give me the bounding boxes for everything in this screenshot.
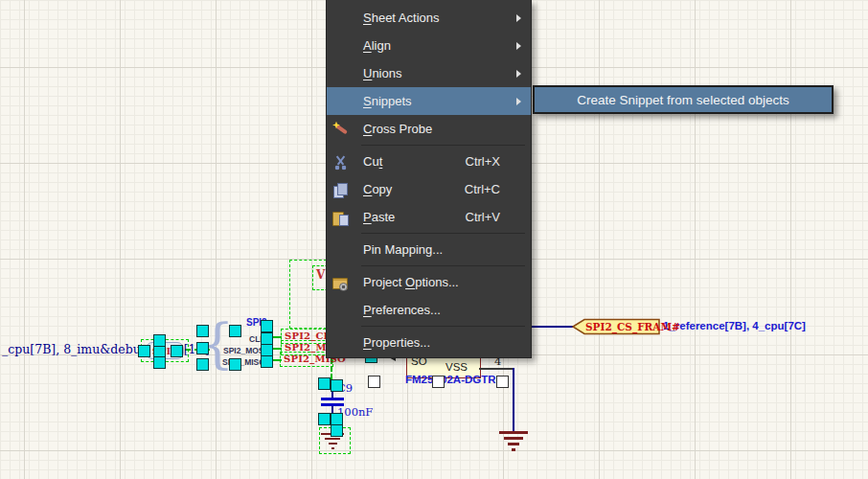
capacitor-plate[interactable] xyxy=(321,403,344,406)
menu-shortcut: Ctrl+X xyxy=(466,154,523,169)
context-menu: Sheet ActionsAlignUnionsSnippetsCross Pr… xyxy=(326,0,532,358)
menu-item-copy[interactable]: CopyCtrl+C xyxy=(327,175,531,203)
chevron-right-icon xyxy=(516,98,521,105)
paste-icon xyxy=(331,209,349,226)
menu-item-label: Snippets xyxy=(363,94,412,108)
menu-item-unions[interactable]: Unions xyxy=(327,59,531,87)
menu-item-snippets[interactable]: Snippets xyxy=(327,87,531,115)
vertex-handle[interactable] xyxy=(496,376,509,388)
submenu-item-label: Create Snippet from selected objects xyxy=(577,93,788,107)
selection-handle[interactable] xyxy=(196,342,209,354)
selection-handle[interactable] xyxy=(196,358,209,371)
menu-item-cross-probe[interactable]: Cross Probe xyxy=(327,115,531,143)
copy-icon xyxy=(331,181,349,198)
selection-handle[interactable] xyxy=(171,345,183,357)
chevron-right-icon xyxy=(516,42,521,50)
menu-item-label: Paste xyxy=(363,210,395,224)
menu-item-paste[interactable]: PasteCtrl+V xyxy=(327,203,531,231)
selection-handle[interactable] xyxy=(331,379,343,392)
right-cross-reference: 1_reference[7B], 4_cpu[7C] xyxy=(663,320,806,331)
schematic-editor: _cpu[7B], 8_imu&debug_conn[1B] SPI2 { SP… xyxy=(0,0,868,479)
selection-handle[interactable] xyxy=(138,345,150,357)
selection-handle[interactable] xyxy=(261,320,273,332)
menu-item-label: Preferences... xyxy=(363,303,441,317)
menu-item-label: Project Options... xyxy=(363,275,459,289)
menu-shortcut: Ctrl+V xyxy=(466,210,523,224)
wire[interactable] xyxy=(513,368,514,431)
menu-shortcut: Ctrl+C xyxy=(465,182,523,196)
port-label: SPI2_CS_FRAM# xyxy=(585,321,680,332)
project-options-icon xyxy=(331,274,349,291)
power-port-label[interactable]: V xyxy=(316,268,325,282)
chip-pin4-line[interactable] xyxy=(479,368,514,370)
selection-handle[interactable] xyxy=(261,355,273,368)
menu-item-project-options[interactable]: Project Options... xyxy=(327,268,531,296)
selection-handle[interactable] xyxy=(229,325,241,337)
menu-item-preferences[interactable]: Preferences... xyxy=(327,296,531,324)
menu-item-label: Sheet Actions xyxy=(363,11,440,25)
menu-item-align[interactable]: Align xyxy=(327,32,531,59)
selection-handle[interactable] xyxy=(318,377,331,390)
wire[interactable] xyxy=(532,326,574,328)
capacitor-plate[interactable] xyxy=(321,398,344,400)
selection-handle[interactable] xyxy=(196,325,209,337)
selection-handle[interactable] xyxy=(331,424,343,437)
component-part-number[interactable]: FM25V02A-DGTR xyxy=(405,374,496,385)
cross-probe-icon xyxy=(331,121,349,138)
selection-handle[interactable] xyxy=(318,413,331,425)
menu-item-label: Unions xyxy=(363,66,401,80)
selection-handle[interactable] xyxy=(229,358,241,371)
menu-item-properties[interactable]: Properties... xyxy=(327,329,531,356)
submenu-item-create-snippet[interactable]: Create Snippet from selected objects xyxy=(533,85,834,114)
selection-handle[interactable] xyxy=(153,356,166,369)
cut-icon xyxy=(331,153,349,171)
menu-item-sheet-actions[interactable]: Sheet Actions xyxy=(327,4,531,32)
chevron-right-icon xyxy=(516,14,521,22)
menu-item-pin-mapping[interactable]: Pin Mapping... xyxy=(327,236,531,263)
menu-item-label: Copy xyxy=(363,182,392,196)
menu-item-label: Properties... xyxy=(363,335,430,350)
menu-item-cut[interactable]: CutCtrl+X xyxy=(327,148,531,175)
menu-item-label: Pin Mapping... xyxy=(363,242,443,257)
chip-pin-name-vss: VSS xyxy=(445,361,468,373)
menu-item-label: Align xyxy=(363,38,391,53)
vertex-handle[interactable] xyxy=(432,376,445,388)
menu-item-label: Cross Probe xyxy=(363,122,432,136)
chevron-right-icon xyxy=(516,70,521,78)
menu-item-label: Cut xyxy=(363,154,382,169)
vertex-handle[interactable] xyxy=(368,376,380,388)
